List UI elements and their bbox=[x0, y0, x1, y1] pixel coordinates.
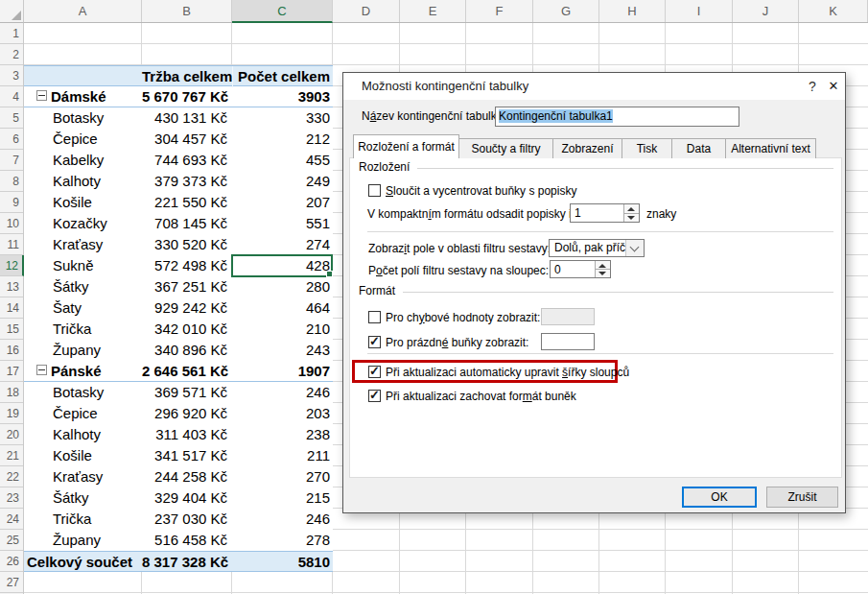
help-button[interactable]: ? bbox=[802, 73, 823, 100]
spinner-down-icon[interactable] bbox=[624, 213, 639, 223]
pivot-cell-label[interactable]: Čepice bbox=[24, 129, 142, 150]
pivot-cell-label[interactable]: Trička bbox=[24, 509, 142, 530]
collapse-icon[interactable] bbox=[36, 90, 47, 101]
cancel-button[interactable]: Zrušit bbox=[766, 487, 838, 508]
row-header-13[interactable]: 13 bbox=[0, 276, 23, 297]
row-header-3[interactable]: 3 bbox=[0, 65, 23, 86]
pivot-cell-label[interactable]: Kalhoty bbox=[24, 424, 142, 445]
pivot-cell-label[interactable]: Kalhoty bbox=[24, 171, 142, 192]
close-icon[interactable]: ✕ bbox=[823, 73, 844, 100]
row-header-23[interactable]: 23 bbox=[0, 487, 23, 509]
row-header-26[interactable]: 26 bbox=[0, 551, 23, 572]
pivot-row-total[interactable]: Celkový součet8 317 328 Kč5810 bbox=[24, 551, 333, 572]
pivot-cell-count[interactable]: 203 bbox=[232, 403, 333, 424]
chevron-down-icon[interactable] bbox=[625, 240, 644, 256]
pivot-cell-count[interactable]: 330 bbox=[232, 107, 333, 129]
pivot-cell-count[interactable]: 278 bbox=[232, 530, 333, 551]
pivot-cell-label[interactable]: Župany bbox=[24, 340, 142, 361]
pivot-cell-revenue[interactable]: 8 317 328 Kč bbox=[142, 552, 232, 573]
pivot-row-item[interactable]: Botasky369 571 Kč246 bbox=[24, 382, 333, 403]
pivot-cell-label[interactable]: Šátky bbox=[24, 487, 142, 509]
pivot-row-item[interactable]: Župany516 458 Kč278 bbox=[24, 530, 333, 551]
selected-cell-outline[interactable] bbox=[231, 254, 333, 277]
pivot-cell-label[interactable]: Trička bbox=[24, 319, 142, 340]
row-header-25[interactable]: 25 bbox=[0, 530, 23, 551]
pivot-row-item[interactable]: Trička237 030 Kč246 bbox=[24, 509, 333, 530]
pivot-cell-count[interactable]: 1907 bbox=[232, 361, 333, 382]
column-header-G[interactable]: G bbox=[533, 0, 599, 22]
pivot-cell-revenue[interactable]: 237 030 Kč bbox=[142, 509, 232, 530]
pivot-row-item[interactable]: Kozačky708 145 Kč551 bbox=[24, 213, 333, 234]
display-fields-dropdown[interactable]: Dolů, pak příčně bbox=[549, 239, 645, 257]
row-header-14[interactable]: 14 bbox=[0, 297, 23, 319]
row-header-7[interactable]: 7 bbox=[0, 150, 23, 171]
merge-center-checkbox[interactable] bbox=[368, 184, 381, 197]
row-header-21[interactable]: 21 bbox=[0, 445, 23, 466]
pivot-cell-revenue[interactable]: 516 458 Kč bbox=[142, 530, 232, 551]
autofit-columns-label[interactable]: Při aktualizaci automaticky upravit šířk… bbox=[386, 365, 629, 380]
pivot-cell-count[interactable]: 215 bbox=[232, 487, 333, 509]
pivot-cell-label[interactable]: Kabelky bbox=[24, 150, 142, 171]
pivot-cell-label[interactable]: Župany bbox=[24, 530, 142, 551]
pivot-cell-revenue[interactable]: 2 646 561 Kč bbox=[142, 361, 232, 382]
row-header-18[interactable]: 18 bbox=[0, 382, 23, 403]
pivot-row-item[interactable]: Šátky329 404 Kč215 bbox=[24, 487, 333, 509]
column-header-A[interactable]: A bbox=[24, 0, 142, 22]
spinner-buttons[interactable] bbox=[595, 261, 610, 277]
pivot-cell-revenue[interactable]: 744 693 Kč bbox=[142, 150, 232, 171]
autofit-columns-checkbox[interactable] bbox=[368, 366, 381, 378]
pivot-cell-label[interactable]: Košile bbox=[24, 445, 142, 466]
tab-data[interactable]: Data bbox=[672, 138, 726, 158]
preserve-format-label[interactable]: Při aktualizaci zachovat formát buněk bbox=[386, 389, 576, 404]
indent-spinner[interactable]: 1 bbox=[570, 203, 640, 223]
pivot-cell-revenue[interactable]: 342 010 Kč bbox=[142, 319, 232, 340]
pivot-cell-revenue[interactable]: 379 373 Kč bbox=[142, 171, 232, 192]
pivot-cell-revenue[interactable]: 572 498 Kč bbox=[142, 255, 232, 276]
pivot-cell-label[interactable]: Botasky bbox=[24, 107, 142, 129]
pivot-cell-count[interactable]: 246 bbox=[232, 509, 333, 530]
collapse-icon[interactable] bbox=[36, 365, 47, 375]
pivot-cell-label[interactable]: Celkový součet bbox=[24, 552, 142, 573]
column-header-C[interactable]: C bbox=[232, 0, 333, 23]
pivot-row-group[interactable]: Dámské5 670 767 Kč3903 bbox=[24, 86, 333, 107]
pivot-cell-revenue[interactable]: 311 403 Kč bbox=[142, 424, 232, 445]
pivot-cell-revenue[interactable]: 244 258 Kč bbox=[142, 466, 232, 487]
row-header-8[interactable]: 8 bbox=[0, 171, 23, 192]
pivot-name-input[interactable]: Kontingenční tabulka1 bbox=[495, 107, 739, 127]
column-header-I[interactable]: I bbox=[666, 0, 733, 22]
row-header-6[interactable]: 6 bbox=[0, 129, 23, 150]
pivot-row-item[interactable]: Šátky367 251 Kč280 bbox=[24, 276, 333, 297]
pivot-cell-revenue[interactable]: 341 517 Kč bbox=[142, 445, 232, 466]
pivot-cell-label[interactable]: Botasky bbox=[24, 382, 142, 403]
pivot-cell-label[interactable]: Čepice bbox=[24, 403, 142, 424]
pivot-cell-count[interactable]: 455 bbox=[232, 150, 333, 171]
column-header-E[interactable]: E bbox=[400, 0, 466, 22]
row-header-27[interactable]: 27 bbox=[0, 572, 23, 593]
pivot-cell-revenue[interactable]: 367 251 Kč bbox=[142, 276, 232, 297]
pivot-cell-revenue[interactable]: 221 550 Kč bbox=[142, 192, 232, 213]
pivot-cell-count[interactable]: 210 bbox=[232, 319, 333, 340]
pivot-row-item[interactable]: Košile221 550 Kč207 bbox=[24, 192, 333, 213]
column-header-J[interactable]: J bbox=[733, 0, 799, 22]
pivot-cell-count[interactable]: 243 bbox=[232, 340, 333, 361]
row-header-17[interactable]: 17 bbox=[0, 361, 23, 382]
row-header-10[interactable]: 10 bbox=[0, 213, 23, 234]
pivot-row-item[interactable]: Kabelky744 693 Kč455 bbox=[24, 150, 333, 171]
spinner-up-icon[interactable] bbox=[624, 204, 639, 213]
pivot-row-item[interactable]: Župany340 896 Kč243 bbox=[24, 340, 333, 361]
select-all-corner[interactable] bbox=[0, 0, 24, 23]
error-values-label[interactable]: Pro chybové hodnoty zobrazit: bbox=[386, 310, 540, 325]
column-header-B[interactable]: B bbox=[142, 0, 232, 22]
row-header-20[interactable]: 20 bbox=[0, 424, 23, 445]
tab-zobrazen-[interactable]: Zobrazení bbox=[553, 138, 622, 158]
row-header-22[interactable]: 22 bbox=[0, 466, 23, 487]
pivot-row-item[interactable]: Kraťasy330 520 Kč274 bbox=[24, 234, 333, 255]
row-header-16[interactable]: 16 bbox=[0, 340, 23, 361]
row-header-5[interactable]: 5 bbox=[0, 107, 23, 129]
column-header-F[interactable]: F bbox=[466, 0, 533, 22]
pivot-cell-revenue[interactable]: 430 131 Kč bbox=[142, 107, 232, 129]
empty-cells-input[interactable] bbox=[541, 333, 595, 350]
row-header-9[interactable]: 9 bbox=[0, 192, 23, 213]
merge-center-label[interactable]: Sloučit a vycentrovat buňky s popisky bbox=[386, 183, 576, 199]
tab-rozlo-en-a-form-t[interactable]: Rozložení a formát bbox=[353, 134, 459, 158]
